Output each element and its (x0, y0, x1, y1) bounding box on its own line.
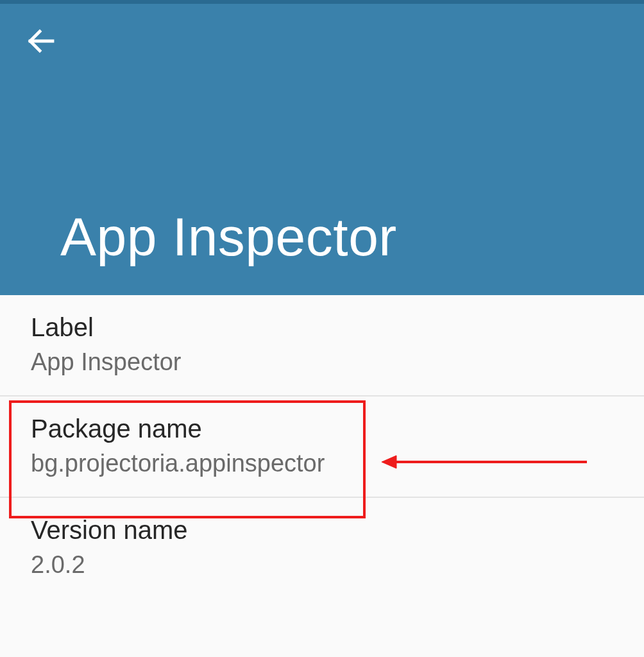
list-item-label[interactable]: Label App Inspector (0, 295, 644, 397)
row-value: bg.projectoria.appinspector (31, 450, 613, 477)
page-title: App Inspector (60, 206, 397, 268)
details-list: Label App Inspector Package name bg.proj… (0, 295, 644, 598)
row-value: 2.0.2 (31, 551, 613, 579)
row-value: App Inspector (31, 348, 613, 376)
list-item-version-name[interactable]: Version name 2.0.2 (0, 498, 644, 598)
row-label: Version name (31, 516, 613, 545)
row-label: Package name (31, 414, 613, 443)
arrow-back-icon (26, 26, 56, 56)
row-label: Label (31, 313, 613, 342)
back-button[interactable] (22, 22, 60, 60)
app-header: App Inspector (0, 4, 644, 295)
list-item-package-name[interactable]: Package name bg.projectoria.appinspector (0, 397, 644, 498)
